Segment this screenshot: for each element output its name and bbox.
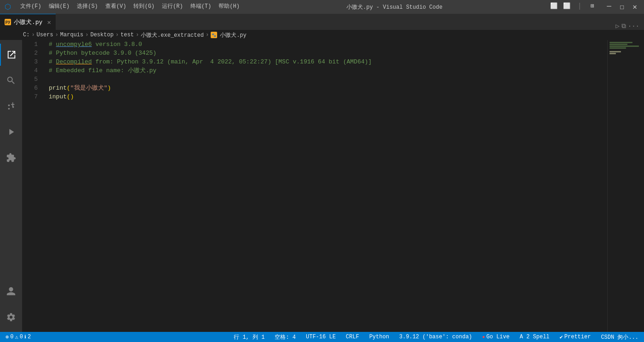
- line-number-5: 5: [22, 75, 45, 84]
- activity-source-control[interactable]: [0, 95, 22, 117]
- menu-view[interactable]: 查看(V): [105, 2, 126, 11]
- menu-help[interactable]: 帮助(H): [218, 2, 240, 11]
- code-line-2: 2 # Python bytecode 3.9.0 (3425): [22, 49, 607, 57]
- info-count: 2: [28, 334, 31, 340]
- status-csdn[interactable]: CSDN 匆小...: [599, 333, 640, 341]
- line-ending-label: CRLF: [346, 334, 359, 340]
- menu-terminal[interactable]: 终端(T): [190, 2, 212, 11]
- layout-icon-2[interactable]: ⬜: [562, 2, 571, 11]
- line-number-3: 3: [22, 57, 45, 66]
- title-bar: ⬡ 文件(F) 编辑(E) 选择(S) 查看(V) 转到(G) 运行(R) 终端…: [0, 0, 644, 14]
- layout-icon-3[interactable]: ⊞: [588, 2, 597, 11]
- run-icon[interactable]: ▷: [615, 22, 619, 30]
- code-line-1: 1 # uncompyle6 version 3.8.0: [22, 40, 607, 49]
- menu-run[interactable]: 运行(R): [162, 2, 183, 11]
- csdn-label: CSDN 匆小...: [601, 333, 638, 341]
- breadcrumb-file[interactable]: 小嗷犬.py: [220, 31, 247, 39]
- line-number-6: 6: [22, 84, 45, 92]
- line-content-1: # uncompyle6 version 3.8.0: [45, 40, 607, 49]
- minimap-line-6: [610, 51, 621, 52]
- menu-edit[interactable]: 编辑(E): [49, 2, 70, 11]
- activity-account[interactable]: [0, 280, 22, 302]
- status-spell[interactable]: A 2 Spell: [518, 334, 552, 340]
- error-count: 0: [10, 334, 13, 340]
- activity-search[interactable]: [0, 69, 22, 91]
- breadcrumb-c[interactable]: C:: [23, 32, 29, 38]
- vscode-icon: ⬡: [5, 2, 11, 11]
- layout-icon-1[interactable]: ⬜: [549, 2, 558, 11]
- status-language[interactable]: Python: [368, 334, 391, 340]
- line-content-2: # Python bytecode 3.9.0 (3425): [45, 49, 607, 57]
- window-title: 小嗷犬.py - Visual Studio Code: [346, 3, 443, 11]
- code-editor[interactable]: 1 # uncompyle6 version 3.8.0 2 # Python …: [22, 40, 607, 332]
- status-encoding[interactable]: UTF-16 LE: [304, 334, 338, 340]
- tab-file-icon: py: [5, 19, 11, 25]
- minimap-line-1: [610, 42, 632, 43]
- golive-icon: ●: [482, 335, 485, 340]
- layout-separator: |: [575, 2, 584, 11]
- encoding-label: UTF-16 LE: [306, 334, 336, 340]
- status-position[interactable]: 行 1, 列 1: [232, 333, 266, 341]
- status-errors[interactable]: ⊗ 0 ⚠ 0 ℹ 2: [4, 334, 33, 341]
- menu-select[interactable]: 选择(S): [77, 2, 98, 11]
- status-prettier[interactable]: ✔ Prettier: [558, 334, 593, 341]
- minimap-line-3: [610, 46, 639, 47]
- activity-run[interactable]: [0, 121, 22, 143]
- breadcrumb-extracted[interactable]: 小嗷犬.exe_extracted: [141, 31, 204, 39]
- code-lines: 1 # uncompyle6 version 3.8.0 2 # Python …: [22, 40, 607, 101]
- breadcrumb-desktop[interactable]: Desktop: [90, 32, 113, 38]
- close-button[interactable]: ✕: [630, 2, 639, 11]
- minimap: [607, 40, 644, 332]
- status-interpreter[interactable]: 3.9.12 ('base': conda): [397, 334, 474, 340]
- activity-bar: [0, 40, 22, 332]
- tab-file[interactable]: py 小嗷犬.py ✕: [0, 14, 56, 30]
- position-label: 行 1, 列 1: [234, 333, 264, 341]
- line-number-4: 4: [22, 66, 45, 75]
- line-content-6: print("我是小嗷犬"): [45, 84, 607, 92]
- line-number-7: 7: [22, 92, 45, 101]
- line-content-5: [45, 75, 607, 84]
- activity-extensions[interactable]: [0, 147, 22, 169]
- status-line-ending[interactable]: CRLF: [344, 334, 361, 340]
- golive-label: Go Live: [486, 334, 509, 340]
- line-number-2: 2: [22, 49, 45, 57]
- tab-file-label: 小嗷犬.py: [14, 18, 42, 26]
- status-spaces[interactable]: 空格: 4: [273, 333, 298, 341]
- tab-bar: py 小嗷犬.py ✕ ▷ ⧉ ···: [0, 14, 644, 30]
- status-left: ⊗ 0 ⚠ 0 ℹ 2: [4, 334, 33, 341]
- warning-count: 0: [20, 334, 23, 340]
- code-line-6: 6 print("我是小嗷犬"): [22, 84, 607, 92]
- status-golive[interactable]: ● Go Live: [480, 334, 511, 340]
- breadcrumb-marquis[interactable]: Marquis: [60, 32, 83, 38]
- code-line-5: 5: [22, 75, 607, 84]
- menu-goto[interactable]: 转到(G): [133, 2, 155, 11]
- more-options-icon[interactable]: ···: [628, 23, 639, 30]
- line-number-1: 1: [22, 40, 45, 49]
- run-controls[interactable]: ▷ ⧉ ···: [615, 22, 644, 30]
- activity-explorer[interactable]: [0, 44, 22, 66]
- error-icon: ⊗: [6, 334, 9, 341]
- breadcrumb-test[interactable]: test: [121, 32, 134, 38]
- minimap-content: [608, 40, 644, 57]
- prettier-check-icon: ✔: [560, 334, 563, 341]
- code-line-7: 7 input(): [22, 92, 607, 101]
- status-right: 行 1, 列 1 空格: 4 UTF-16 LE CRLF Python 3.9…: [232, 333, 640, 341]
- code-line-4: 4 # Embedded file name: 小嗷犬.py: [22, 66, 607, 75]
- spell-label: A 2 Spell: [520, 334, 550, 340]
- activity-bar-bottom: [0, 280, 22, 332]
- code-line-3: 3 # Decompiled from: Python 3.9.12 (main…: [22, 57, 607, 66]
- minimap-line-2: [610, 44, 627, 45]
- tab-close-button[interactable]: ✕: [47, 18, 51, 26]
- language-label: Python: [369, 334, 389, 340]
- split-editor-icon[interactable]: ⧉: [621, 23, 626, 30]
- breadcrumb-users[interactable]: Users: [37, 32, 53, 38]
- maximize-button[interactable]: ☐: [617, 2, 627, 11]
- activity-settings[interactable]: [0, 306, 22, 328]
- minimize-button[interactable]: —: [604, 2, 614, 11]
- minimap-line-4: [610, 47, 626, 49]
- menu-bar[interactable]: ⬡ 文件(F) 编辑(E) 选择(S) 查看(V) 转到(G) 运行(R) 终端…: [5, 2, 240, 11]
- interpreter-label: 3.9.12 ('base': conda): [399, 334, 472, 340]
- menu-file[interactable]: 文件(F): [20, 2, 41, 11]
- spaces-label: 空格: 4: [275, 333, 296, 341]
- window-controls[interactable]: ⬜ ⬜ | ⊞ — ☐ ✕: [549, 2, 639, 11]
